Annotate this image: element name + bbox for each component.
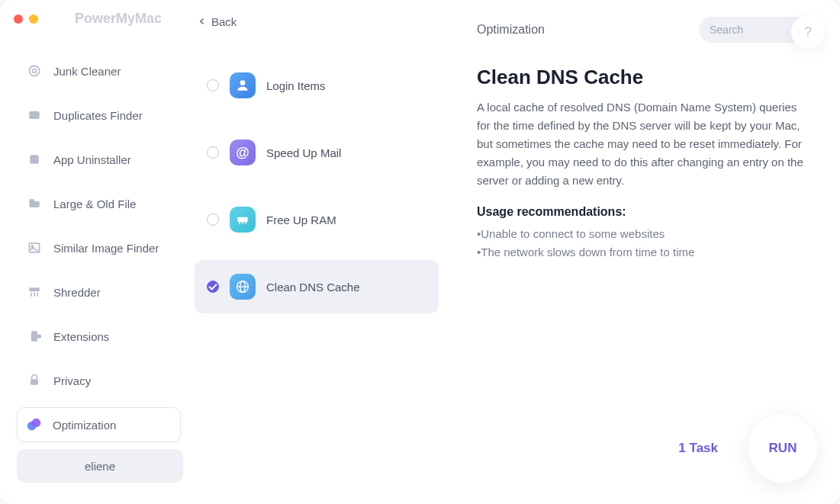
options-panel: Back Login Items @ Speed Up Mail Free Up…: [187, 0, 446, 504]
privacy-icon: [26, 372, 43, 389]
detail-title: Clean DNS Cache: [477, 66, 817, 89]
svg-rect-5: [29, 199, 34, 201]
option-speed-up-mail[interactable]: @ Speed Up Mail: [195, 126, 439, 179]
svg-point-1: [33, 69, 37, 73]
sidebar-item-label: Privacy: [53, 374, 91, 387]
sidebar-item-junk-cleaner[interactable]: Junk Cleaner: [17, 53, 181, 88]
app-title: PowerMyMac: [75, 11, 162, 27]
sidebar-item-label: Similar Image Finder: [53, 242, 159, 255]
dns-icon: [230, 274, 256, 300]
option-clean-dns-cache[interactable]: Clean DNS Cache: [195, 260, 439, 313]
svg-rect-8: [29, 287, 39, 291]
recommendation-item: •The network slows down from time to tim…: [477, 243, 817, 262]
detail-panel: Optimization Clean DNS Cache A local cac…: [446, 0, 840, 504]
svg-rect-4: [29, 201, 39, 207]
svg-rect-12: [31, 379, 38, 385]
sidebar-item-label: Optimization: [53, 419, 116, 432]
sidebar-item-label: Shredder: [53, 286, 101, 299]
sidebar-item-large-old-file[interactable]: Large & Old File: [17, 186, 181, 221]
run-button[interactable]: RUN: [748, 414, 817, 483]
svg-rect-18: [239, 222, 240, 224]
duplicates-icon: [26, 107, 43, 124]
chevron-left-icon: [198, 15, 207, 28]
back-label: Back: [211, 15, 237, 28]
close-window-button[interactable]: [14, 14, 23, 24]
option-label: Clean DNS Cache: [266, 281, 360, 294]
sidebar-item-privacy[interactable]: Privacy: [17, 363, 181, 398]
svg-point-14: [32, 419, 41, 428]
largefile-icon: [26, 195, 43, 212]
option-label: Free Up RAM: [266, 213, 336, 226]
svg-rect-9: [31, 293, 32, 297]
svg-rect-11: [37, 293, 38, 297]
sidebar-item-similar-image-finder[interactable]: Similar Image Finder: [17, 230, 181, 265]
back-button[interactable]: Back: [195, 15, 439, 28]
mail-icon: @: [230, 140, 256, 165]
shredder-icon: [26, 284, 43, 300]
svg-rect-3: [30, 155, 39, 164]
optimization-icon: [27, 417, 42, 432]
sidebar-item-extensions[interactable]: Extensions: [17, 319, 181, 354]
svg-rect-17: [237, 217, 247, 223]
login-items-icon: [230, 72, 256, 98]
svg-point-16: [240, 80, 246, 85]
footer: 1 Task RUN: [678, 414, 817, 483]
user-badge[interactable]: eliene: [17, 449, 183, 483]
sidebar-item-duplicates-finder[interactable]: Duplicates Finder: [17, 98, 181, 133]
app-window: PowerMyMac Junk Cleaner Duplicates Finde…: [0, 0, 840, 504]
ram-icon: [230, 207, 256, 233]
image-icon: [26, 239, 43, 256]
run-label: RUN: [769, 441, 797, 456]
option-free-up-ram[interactable]: Free Up RAM: [195, 193, 439, 246]
minimize-window-button[interactable]: [29, 14, 38, 24]
extensions-icon: [26, 328, 43, 345]
panel-top-row: Optimization: [477, 17, 817, 43]
radio-unchecked[interactable]: [207, 79, 219, 91]
radio-checked[interactable]: [207, 281, 219, 293]
titlebar: PowerMyMac: [14, 11, 162, 27]
option-label: Speed Up Mail: [266, 146, 341, 159]
detail-description: A local cache of resolved DNS (Domain Na…: [477, 98, 805, 190]
sidebar: Junk Cleaner Duplicates Finder App Unins…: [0, 0, 187, 504]
radio-unchecked[interactable]: [207, 146, 219, 159]
search-input[interactable]: [710, 24, 786, 36]
recommendations-title: Usage recommendations:: [477, 205, 817, 219]
sidebar-item-app-uninstaller[interactable]: App Uninstaller: [17, 142, 181, 177]
sidebar-item-label: Duplicates Finder: [53, 109, 143, 122]
sidebar-item-label: App Uninstaller: [53, 153, 131, 166]
sidebar-item-label: Junk Cleaner: [53, 65, 121, 78]
svg-point-0: [29, 66, 39, 75]
sidebar-item-optimization[interactable]: Optimization: [17, 407, 181, 442]
sidebar-item-label: Extensions: [53, 330, 109, 343]
user-name: eliene: [85, 460, 115, 473]
uninstaller-icon: [26, 151, 43, 168]
breadcrumb: Optimization: [477, 23, 545, 37]
svg-rect-20: [245, 222, 246, 224]
recommendation-item: •Unable to connect to some websites: [477, 225, 817, 243]
svg-rect-10: [34, 293, 35, 297]
help-icon: ?: [804, 24, 812, 40]
option-label: Login Items: [266, 79, 326, 92]
radio-unchecked[interactable]: [207, 213, 219, 226]
help-button[interactable]: ?: [791, 15, 825, 49]
sidebar-item-shredder[interactable]: Shredder: [17, 274, 181, 310]
svg-rect-19: [242, 222, 243, 224]
svg-rect-2: [29, 111, 39, 119]
junk-icon: [26, 63, 43, 79]
sidebar-item-label: Large & Old File: [53, 197, 136, 210]
option-login-items[interactable]: Login Items: [195, 59, 439, 112]
task-count: 1 Task: [678, 441, 718, 456]
